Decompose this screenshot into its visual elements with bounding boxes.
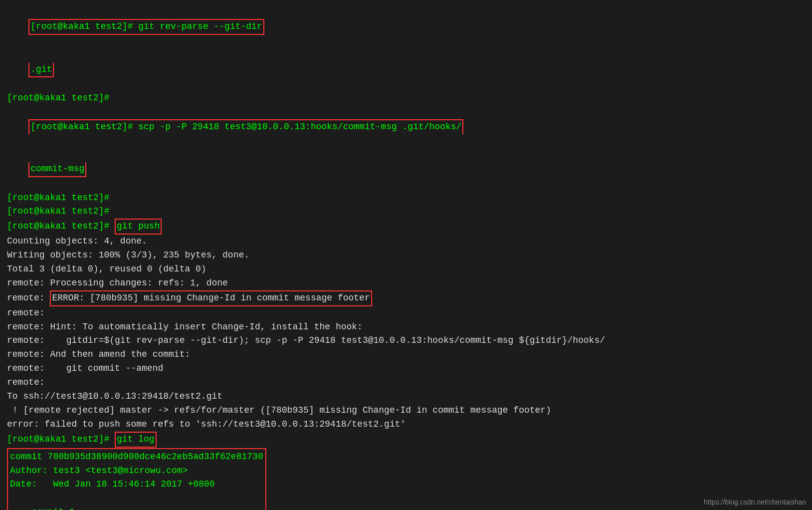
- line-rejected: ! [remote rejected] master -> refs/for/m…: [7, 404, 805, 418]
- line-total: Total 3 (delta 0), reused 0 (delta 0): [7, 262, 805, 276]
- line-git-log: [root@kaka1 test2]# git log: [7, 432, 805, 448]
- line-remote-blank1: remote:: [7, 306, 805, 320]
- line-empty-commit: [10, 492, 263, 506]
- git-log-block: commit 780b935d38900d900dce46c2eb5ad33f6…: [7, 448, 266, 510]
- line-scp-end: commit-msg: [7, 148, 805, 191]
- terminal: [root@kaka1 test2]# git rev-parse --git-…: [0, 0, 812, 510]
- line-error: remote: ERROR: [780b935] missing Change-…: [7, 290, 805, 306]
- line-hint: remote: Hint: To automatically insert Ch…: [7, 320, 805, 334]
- line-to-ssh: To ssh://test3@10.0.0.13:29418/test2.git: [7, 390, 805, 404]
- watermark: https://blog.csdn.net/chentaishan: [704, 498, 806, 506]
- line-blank-3: [root@kaka1 test2]#: [7, 205, 805, 219]
- line-gitdir-cmd: remote: gitdir=$(git rev-parse --git-dir…: [7, 334, 805, 348]
- line-commit-msg-1: commit_1: [10, 506, 263, 510]
- line-scp-start: [root@kaka1 test2]# scp -p -P 29418 test…: [7, 105, 805, 148]
- line-git-push: [root@kaka1 test2]# git push: [7, 219, 805, 235]
- prompt-rev-parse: [root@kaka1 test2]# git rev-parse --git-…: [28, 19, 264, 35]
- line-author-1: Author: test3 <test3@microwu.com>: [10, 464, 263, 478]
- line-counting: Counting objects: 4, done.: [7, 235, 805, 249]
- line-amend-hint: remote: And then amend the commit:: [7, 348, 805, 362]
- line-remote-blank2: remote:: [7, 376, 805, 390]
- line-blank-1: [root@kaka1 test2]#: [7, 91, 805, 105]
- line-blank-2: [root@kaka1 test2]#: [7, 191, 805, 205]
- line-git-dir: .git: [7, 49, 805, 92]
- line-processing: remote: Processing changes: refs: 1, don…: [7, 276, 805, 290]
- line-git-commit-amend: remote: git commit --amend: [7, 362, 805, 376]
- line-git-rev-parse: [root@kaka1 test2]# git rev-parse --git-…: [7, 5, 805, 49]
- line-date-1: Date: Wed Jan 18 15:46:14 2017 +0800: [10, 478, 263, 492]
- line-failed-push: error: failed to push some refs to 'ssh:…: [7, 418, 805, 432]
- line-writing: Writing objects: 100% (3/3), 235 bytes, …: [7, 249, 805, 262]
- line-commit-hash: commit 780b935d38900d900dce46c2eb5ad33f6…: [10, 450, 263, 464]
